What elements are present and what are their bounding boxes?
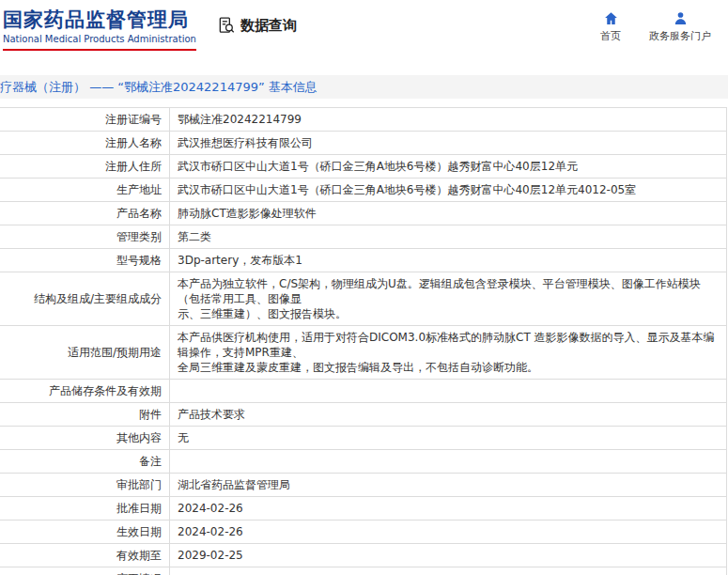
row-label: 结构及组成/主要组成成分 xyxy=(0,272,170,326)
table-row: 产品储存条件及有效期 xyxy=(0,380,727,403)
row-label: 适用范围/预期用途 xyxy=(0,326,170,380)
row-label: 注册人名称 xyxy=(0,132,170,155)
row-value: 2024-02-26 xyxy=(170,497,727,521)
row-label: 产品名称 xyxy=(0,202,170,225)
row-value: 本产品供医疗机构使用，适用于对符合DICOM3.0标准格式的肺动脉CT 造影影像… xyxy=(170,326,727,380)
row-value: 3Dp-artery，发布版本1 xyxy=(170,249,727,272)
table-row: 结构及组成/主要组成成分 本产品为独立软件，C/S架构，物理组成为U盘。逻辑组成… xyxy=(0,272,727,326)
row-value xyxy=(170,380,727,403)
row-label: 生效日期 xyxy=(0,521,170,544)
registration-info: 注册证编号 鄂械注准20242214799 注册人名称 武汉推想医疗科技有限公司… xyxy=(0,107,728,575)
row-value: 武汉推想医疗科技有限公司 xyxy=(170,132,727,155)
agency-title-cn: 国家药品监督管理局 xyxy=(3,8,196,32)
table-row: 生产地址 武汉市硚口区中山大道1号（硚口金三角A地块6号楼）越秀财富中心40层1… xyxy=(0,179,727,202)
row-value: 鄂械注准20242214799 xyxy=(170,108,727,132)
row-label: 审批部门 xyxy=(0,474,170,497)
row-label: 其他内容 xyxy=(0,427,170,450)
table-row: 变更情况 xyxy=(0,567,727,575)
page-header: 国家药品监督管理局 National Medical Products Admi… xyxy=(0,0,728,73)
table-row: 产品名称 肺动脉CT造影影像处理软件 xyxy=(0,202,727,225)
row-label: 型号规格 xyxy=(0,249,170,272)
row-label: 批准日期 xyxy=(0,497,170,521)
table-row: 批准日期 2024-02-26 xyxy=(0,497,727,521)
row-value: 湖北省药品监督管理局 xyxy=(170,474,727,497)
row-label: 管理类别 xyxy=(0,225,170,249)
agency-logo: 国家药品监督管理局 National Medical Products Admi… xyxy=(3,8,196,51)
data-query-label: 数据查询 xyxy=(240,17,297,35)
row-value: 本产品为独立软件，C/S架构，物理组成为U盘。逻辑组成包含登录模块、平台管理模块… xyxy=(170,272,727,326)
table-row: 注册证编号 鄂械注准20242214799 xyxy=(0,108,727,132)
table-row: 生效日期 2024-02-26 xyxy=(0,521,727,544)
row-value xyxy=(170,450,727,474)
nav-portal[interactable]: 政务服务门户 xyxy=(649,10,711,43)
row-label: 备注 xyxy=(0,450,170,474)
row-label: 注册人住所 xyxy=(0,155,170,179)
info-table: 注册证编号 鄂械注准20242214799 注册人名称 武汉推想医疗科技有限公司… xyxy=(0,107,727,575)
row-value: 肺动脉CT造影影像处理软件 xyxy=(170,202,727,225)
row-value: 武汉市硚口区中山大道1号（硚口金三角A地块6号楼）越秀财富中心40层12单元 xyxy=(170,155,727,179)
row-label: 附件 xyxy=(0,403,170,427)
table-row: 其他内容 无 xyxy=(0,427,727,450)
header-nav: 首页 政务服务门户 xyxy=(600,10,711,43)
row-value: 产品技术要求 xyxy=(170,403,727,427)
user-icon xyxy=(673,10,689,26)
table-row: 注册人住所 武汉市硚口区中山大道1号（硚口金三角A地块6号楼）越秀财富中心40层… xyxy=(0,155,727,179)
row-value: 2024-02-26 xyxy=(170,521,727,544)
row-value: 武汉市硚口区中山大道1号（硚口金三角A地块6号楼）越秀财富中心40层12单元40… xyxy=(170,179,727,202)
row-label: 有效期至 xyxy=(0,544,170,567)
table-row: 附件 产品技术要求 xyxy=(0,403,727,427)
document-search-icon xyxy=(217,16,236,35)
row-value: 无 xyxy=(170,427,727,450)
row-label: 生产地址 xyxy=(0,179,170,202)
table-row: 适用范围/预期用途 本产品供医疗机构使用，适用于对符合DICOM3.0标准格式的… xyxy=(0,326,727,380)
table-row: 注册人名称 武汉推想医疗科技有限公司 xyxy=(0,132,727,155)
row-value xyxy=(170,567,727,575)
row-label: 注册证编号 xyxy=(0,108,170,132)
row-value: 2029-02-25 xyxy=(170,544,727,567)
row-label: 产品储存条件及有效期 xyxy=(0,380,170,403)
row-label: 变更情况 xyxy=(0,567,170,575)
table-row: 管理类别 第二类 xyxy=(0,225,727,249)
table-row: 审批部门 湖北省药品监督管理局 xyxy=(0,474,727,497)
table-row: 有效期至 2029-02-25 xyxy=(0,544,727,567)
nav-portal-label: 政务服务门户 xyxy=(649,29,711,43)
nav-home[interactable]: 首页 xyxy=(600,10,621,43)
data-query-section: 数据查询 xyxy=(217,16,297,35)
table-row: 型号规格 3Dp-artery，发布版本1 xyxy=(0,249,727,272)
page-title: 疗器械（注册） —— “鄂械注准20242214799” 基本信息 xyxy=(0,80,318,94)
agency-title-en: National Medical Products Administration xyxy=(3,32,196,51)
row-value: 第二类 xyxy=(170,225,727,249)
table-row: 备注 xyxy=(0,450,727,474)
nav-home-label: 首页 xyxy=(600,29,621,43)
page-title-bar: 疗器械（注册） —— “鄂械注准20242214799” 基本信息 xyxy=(0,75,728,99)
home-icon xyxy=(603,10,619,26)
